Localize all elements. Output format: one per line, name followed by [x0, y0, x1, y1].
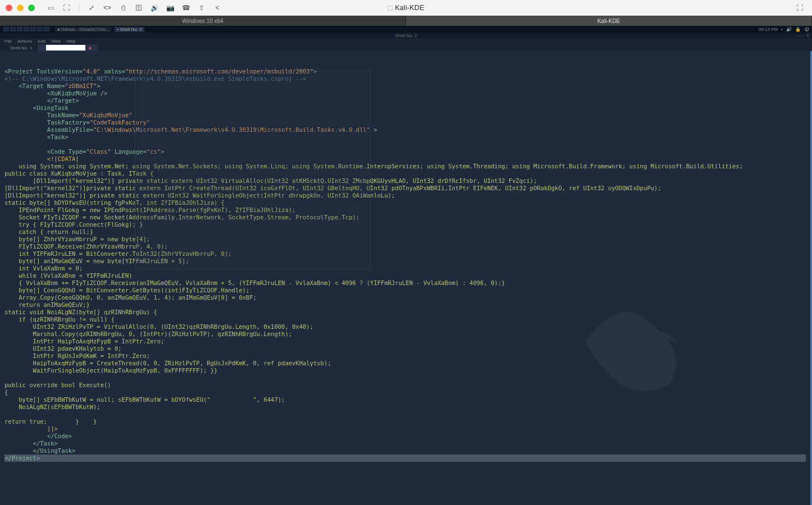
kali-panel-launchers: [3, 27, 49, 31]
shell-tab-label: Shell No. 1: [10, 45, 32, 50]
shell-tabs: Shell No. 1 ■: [0, 44, 812, 51]
vm-tabs: Windows 10 x64 Kali-KDE: [0, 16, 812, 26]
kali-icon: ⬚: [387, 4, 393, 11]
firefox-icon: ●: [57, 27, 60, 32]
divider: [79, 3, 79, 12]
terminal-title: Shell No. 2: [395, 33, 417, 38]
close-icon[interactable]: ✕: [806, 33, 810, 38]
taskbar-window-label: GitHub - GreatSCT/Gr...: [61, 27, 109, 32]
vm-tab-windows[interactable]: Windows 10 x64: [0, 16, 406, 26]
desktop2-icon[interactable]: [17, 27, 22, 31]
terminal-window-controls: — ▫ ✕: [796, 33, 810, 38]
mac-titlebar-right: ⛶: [793, 3, 806, 13]
vm-tab-kali[interactable]: Kali-KDE: [406, 16, 812, 26]
taskbar-windows: ● GitHub - GreatSCT/Gr... ▪ Shell No. 2: [55, 27, 144, 32]
menu-view[interactable]: View: [51, 39, 61, 44]
view-icon[interactable]: ▭: [44, 3, 57, 13]
minimize-icon[interactable]: —: [796, 33, 801, 38]
code-icon[interactable]: <>: [101, 3, 114, 13]
tab-close-icon[interactable]: ■: [89, 45, 92, 50]
key-icon[interactable]: ⚿: [132, 3, 145, 13]
minimize-window-button[interactable]: [17, 4, 24, 11]
terminal-small-icon: ▪: [117, 27, 118, 32]
shell-tab-2[interactable]: ■: [38, 44, 98, 51]
window-title-text: Kali-KDE: [395, 3, 425, 12]
menubar: File Actions Edit View Help: [0, 38, 812, 44]
resize-icon[interactable]: ⤢: [85, 3, 98, 13]
window-title: ⬚ Kali-KDE: [387, 3, 425, 12]
taskbar-window-shell[interactable]: ▪ Shell No. 2: [115, 27, 144, 32]
maximize-window-button[interactable]: [28, 4, 35, 11]
volume-icon[interactable]: 🔊: [786, 27, 792, 32]
menu-actions[interactable]: Actions: [17, 39, 32, 44]
speaker-icon[interactable]: 🔊: [148, 3, 161, 13]
code-area[interactable]: <Project ToolsVersion="4.0" xmlns="http:…: [0, 66, 810, 464]
expand-icon[interactable]: ⛶: [793, 3, 806, 13]
phone-icon[interactable]: ☎: [179, 3, 193, 13]
network-icon[interactable]: ▪: [781, 27, 783, 32]
taskbar-window-label: Shell No. 2: [120, 27, 142, 32]
terminal-header: Shell No. 2 — ▫ ✕: [0, 33, 812, 38]
maximize-icon[interactable]: ▫: [802, 33, 804, 38]
desktop4-icon[interactable]: [30, 27, 36, 31]
kali-menu-icon[interactable]: [3, 27, 9, 31]
fullscreen-icon[interactable]: ⛶: [60, 3, 73, 13]
desktop3-icon[interactable]: [24, 27, 29, 31]
shell-tab-1[interactable]: Shell No. 1: [4, 44, 38, 51]
menu-help[interactable]: Help: [66, 39, 75, 44]
close-window-button[interactable]: [6, 4, 12, 11]
power-icon[interactable]: ⏻: [804, 27, 809, 32]
mac-toolbar: ▭ ⛶ ⤢ <> ⎙ ⚿ 🔊 📷 ☎ ⇪ <: [44, 3, 224, 13]
lock-icon[interactable]: 🔒: [795, 27, 801, 32]
taskbar-window-github[interactable]: ● GitHub - GreatSCT/Gr...: [55, 27, 111, 32]
menu-edit[interactable]: Edit: [38, 39, 45, 44]
editor[interactable]: <Project ToolsVersion="4.0" xmlns="http:…: [0, 51, 812, 505]
shell-tab-rename-input[interactable]: [46, 45, 85, 50]
back-icon[interactable]: <: [211, 3, 224, 13]
print-icon[interactable]: ⎙: [116, 3, 130, 13]
kali-panel-right: 05:13 PM ▪ 🔊 🔒 ⏻: [759, 27, 809, 32]
files-icon[interactable]: [37, 27, 43, 31]
menu-file[interactable]: File: [4, 39, 12, 44]
desktop1-icon[interactable]: [10, 27, 16, 31]
traffic-lights: [6, 4, 35, 11]
terminal-icon[interactable]: [44, 27, 49, 31]
mac-titlebar: ▭ ⛶ ⤢ <> ⎙ ⚿ 🔊 📷 ☎ ⇪ < ⬚ Kali-KDE ⛶: [0, 0, 812, 16]
share-icon[interactable]: ⇪: [195, 3, 208, 13]
kali-panel: ● GitHub - GreatSCT/Gr... ▪ Shell No. 2 …: [0, 26, 812, 33]
camera-icon[interactable]: 📷: [163, 3, 177, 13]
clock[interactable]: 05:13 PM: [759, 27, 778, 32]
